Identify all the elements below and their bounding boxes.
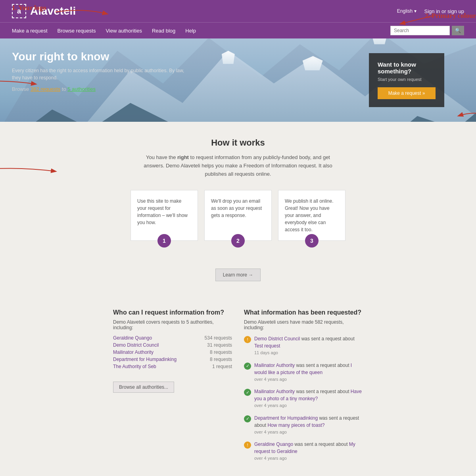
cta-button[interactable]: Make a request » <box>378 87 436 99</box>
nav-help[interactable]: Help <box>185 28 196 34</box>
page-wrapper: 1. Your logo 2. Primary colour a Alavete… <box>0 0 476 476</box>
nav-read-blog[interactable]: Read blog <box>152 28 175 34</box>
authorities-intro: Demo Alaveteli covers requests to 5 auth… <box>113 319 232 330</box>
authority-item: Geraldine Quango 534 requests <box>113 335 232 341</box>
authority-link-2[interactable]: Mailinator Authority <box>113 349 154 355</box>
request-time-4: over 4 years ago <box>254 455 363 462</box>
authority-link-3[interactable]: Department for Humpadinking <box>113 357 177 362</box>
request-time-2: over 4 years ago <box>254 402 363 409</box>
request-icon-3: ✓ <box>244 415 251 422</box>
request-authority-1[interactable]: Mailinator Authority <box>254 363 295 368</box>
step-number-1: 1 <box>157 234 171 248</box>
request-authority-0[interactable]: Demo District Council <box>254 336 300 342</box>
request-icon-0: ! <box>244 336 251 343</box>
request-item-4: ! Geraldine Quango was sent a request ab… <box>244 441 363 462</box>
steps-container: Use this site to make your request for i… <box>12 190 464 241</box>
request-icon-2: ✓ <box>244 389 251 396</box>
request-item-1: ✓ Mailinator Authority was sent a reques… <box>244 362 363 383</box>
request-authority-2[interactable]: Mailinator Authority <box>254 389 295 394</box>
request-item-3: ✓ Department for Humpadinking was sent a… <box>244 415 363 436</box>
request-item-2: ✓ Mailinator Authority was sent a reques… <box>244 388 363 409</box>
cta-title: Want to know something? <box>378 61 436 75</box>
step-card-1: Use this site to make your request for i… <box>131 190 198 241</box>
hero-section: Your right to know Every citizen has the… <box>0 38 476 122</box>
requests-title: What information has been requested? <box>244 309 363 316</box>
authority-item: Mailinator Authority 8 requests <box>113 349 232 355</box>
search-button[interactable]: 🔍 <box>452 26 464 35</box>
authority-link-1[interactable]: Demo District Council <box>113 342 159 348</box>
cta-subtitle: Start your own request <box>378 77 436 82</box>
info-section: Who can I request information from? Demo… <box>0 297 476 476</box>
authority-item: Demo District Council 31 requests <box>113 342 232 348</box>
step-card-3: We publish it all online. Great! Now you… <box>278 190 345 241</box>
nav-view-authorities[interactable]: View authorities <box>106 28 142 34</box>
step-number-2: 2 <box>231 234 245 248</box>
request-authority-3[interactable]: Department for Humpadinking <box>254 415 318 421</box>
step-card-2: We'll drop you an email as soon as your … <box>204 190 272 241</box>
authority-link-0[interactable]: Geraldine Quango <box>113 335 152 341</box>
nav-links: Make a request Browse requests View auth… <box>12 28 196 34</box>
hero-authorities-link[interactable]: 5 authorities <box>67 86 96 92</box>
authority-link-4[interactable]: The Authority of Seb <box>113 364 156 369</box>
request-subject-0[interactable]: Test request <box>254 343 280 349</box>
request-authority-4[interactable]: Geraldine Quango <box>254 441 293 447</box>
how-it-works-section: How it works You have the right to reque… <box>0 122 476 297</box>
request-time-1: over 4 years ago <box>254 376 363 383</box>
authorities-column: Who can I request information from? Demo… <box>113 309 232 476</box>
step-number-3: 3 <box>305 234 319 248</box>
requests-intro: Demo Alaveteli users have made 582 reque… <box>244 319 363 330</box>
cta-box: Want to know something? Start your own r… <box>369 53 444 107</box>
authority-item: Department for Humpadinking 8 requests <box>113 357 232 362</box>
hero-content: Your right to know Every citizen has the… <box>0 38 206 104</box>
annotation-primary: 2. Primary colour <box>425 12 476 20</box>
request-time-3: over 4 years ago <box>254 429 363 436</box>
authorities-title: Who can I request information from? <box>113 309 232 316</box>
request-item-0: ! Demo District Council was sent a reque… <box>244 335 363 356</box>
browse-authorities-button[interactable]: Browse all authorities... <box>113 382 174 393</box>
how-it-works-intro: You have the right to request informatio… <box>139 154 337 178</box>
how-it-works-title: How it works <box>12 138 464 148</box>
requests-column: What information has been requested? Dem… <box>244 309 363 476</box>
hero-title: Your right to know <box>12 50 194 63</box>
request-time-0: 11 days ago <box>254 349 363 356</box>
authority-item: The Authority of Seb 1 request <box>113 364 232 369</box>
request-subject-3[interactable]: How many pieces of toast? <box>267 422 324 428</box>
request-icon-1: ✓ <box>244 363 251 370</box>
nav-make-request[interactable]: Make a request <box>12 28 48 34</box>
annotation-logo: 1. Your logo <box>12 4 46 12</box>
request-icon-4: ! <box>244 441 251 449</box>
learn-more-button[interactable]: Learn more → <box>215 269 261 281</box>
nav-browse-requests[interactable]: Browse requests <box>58 28 96 34</box>
